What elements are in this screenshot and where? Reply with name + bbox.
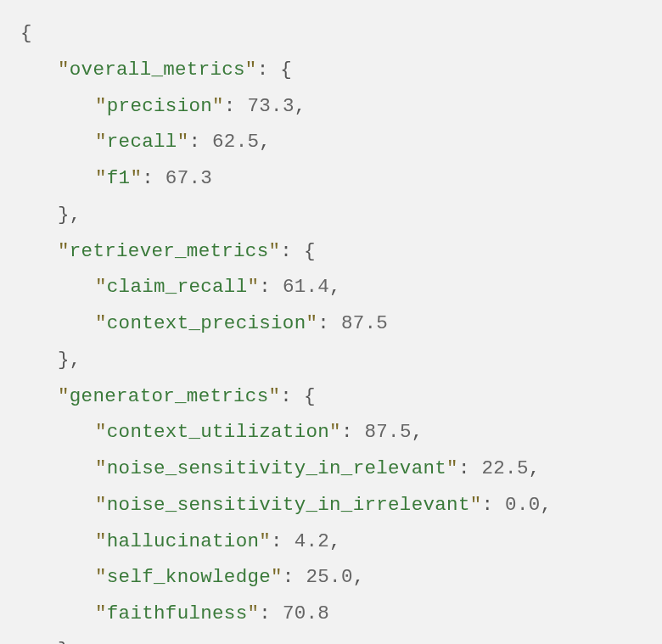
quote: " [268,240,280,262]
comma: , [295,95,306,117]
quote: " [177,131,189,153]
json-key: retriever_metrics [70,240,269,262]
quote: " [95,131,107,153]
code-line: }, [20,197,642,233]
colon: : [188,131,212,153]
quote: " [95,494,107,516]
json-code-block: { "overall_metrics": { "precision": 73.3… [20,15,642,644]
code-line: "f1": 67.3 [20,160,642,197]
code-line: "noise_sensitivity_in_irrelevant": 0.0, [20,487,642,524]
quote: " [212,95,224,117]
code-line: "generator_metrics": { [20,378,642,415]
quote: " [268,385,280,407]
json-number: 0.0 [505,494,540,516]
code-line: { [20,15,642,52]
code-line: "hallucination": 4.2, [20,524,642,560]
json-key: precision [107,95,212,117]
comma: , [529,457,541,479]
comma: , [329,276,341,298]
quote: " [95,95,107,117]
comma: , [541,494,553,516]
json-key: overall_metrics [70,59,245,81]
quote: " [130,167,142,189]
quote: " [245,59,257,81]
quote: " [95,602,107,624]
json-number: 25.0 [306,566,352,588]
json-number: 61.4 [283,276,329,298]
quote: " [95,167,107,189]
code-line: }, [20,342,642,378]
json-number: 70.8 [283,602,329,624]
json-number: 67.3 [166,167,212,189]
quote: " [259,530,271,552]
colon: : [317,312,341,334]
colon: : [224,95,248,117]
quote: " [58,240,70,262]
json-number: 87.5 [341,312,388,334]
json-number: 22.5 [482,457,529,479]
code-line: "context_precision": 87.5 [20,305,642,342]
colon: : [283,566,306,588]
colon: : [280,240,304,262]
json-number: 87.5 [364,421,411,443]
code-line: "recall": 62.5, [20,124,642,160]
code-line: "self_knowledge": 25.0, [20,559,642,596]
code-line: "overall_metrics": { [20,52,642,88]
code-line: } [20,632,642,644]
quote: " [95,421,107,443]
quote: " [271,566,283,588]
colon: : [259,276,283,298]
comma: , [412,421,424,443]
code-line: "retriever_metrics": { [20,233,642,270]
json-key: f1 [107,167,131,189]
colon: : [280,385,304,407]
open-brace: { [304,385,316,407]
open-brace: { [280,59,292,81]
json-key: hallucination [107,530,259,552]
quote: " [95,530,107,552]
quote: " [306,312,317,334]
json-key: context_precision [107,312,306,334]
code-line: "faithfulness": 70.8 [20,596,642,632]
quote: " [329,421,341,443]
code-line: "noise_sensitivity_in_relevant": 22.5, [20,451,642,487]
quote: " [95,312,107,334]
json-key: noise_sensitivity_in_irrelevant [107,494,470,516]
open-brace: { [20,22,32,44]
close-brace-comma: }, [58,349,81,371]
quote: " [247,602,259,624]
colon: : [271,530,295,552]
json-key: recall [107,131,177,153]
colon: : [482,494,506,516]
json-number: 4.2 [295,530,329,552]
quote: " [95,457,107,479]
json-key: noise_sensitivity_in_relevant [107,457,446,479]
comma: , [259,131,271,153]
code-line: "precision": 73.3, [20,88,642,125]
colon: : [257,59,281,81]
json-number: 73.3 [247,95,294,117]
code-line: "claim_recall": 61.4, [20,269,642,305]
colon: : [259,602,283,624]
colon: : [341,421,365,443]
colon: : [458,457,482,479]
close-brace-comma: }, [58,204,81,226]
code-line: "context_utilization": 87.5, [20,414,642,451]
quote: " [58,385,70,407]
json-key: generator_metrics [70,385,269,407]
json-key: faithfulness [107,602,248,624]
open-brace: { [304,240,316,262]
json-key: self_knowledge [107,566,271,588]
quote: " [446,457,458,479]
quote: " [58,59,70,81]
json-number: 62.5 [212,131,259,153]
quote: " [95,566,107,588]
comma: , [353,566,365,588]
json-key: context_utilization [107,421,329,443]
quote: " [470,494,482,516]
close-brace: } [58,639,70,644]
json-key: claim_recall [107,276,248,298]
comma: , [329,530,341,552]
colon: : [142,167,166,189]
quote: " [247,276,259,298]
